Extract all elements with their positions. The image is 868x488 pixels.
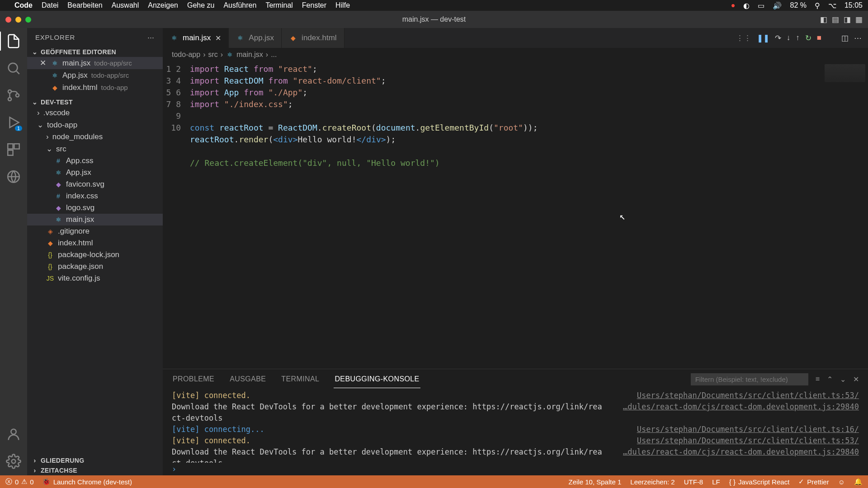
panel-tab-debug-console[interactable]: DEBUGGING-KONSOLE — [334, 371, 420, 388]
html-icon: ◆ — [51, 84, 59, 92]
close-icon[interactable]: ✕ — [215, 34, 221, 42]
toggle-panel-bottom-icon[interactable]: ▤ — [832, 15, 839, 24]
status-indent[interactable]: Leerzeichen: 2 — [630, 478, 675, 486]
split-editor-icon[interactable]: ◫ — [841, 33, 849, 43]
status-bell-icon[interactable]: 🔔 — [854, 478, 863, 486]
source-control-icon[interactable] — [6, 88, 21, 103]
control-center-icon[interactable]: ⌥ — [828, 1, 836, 10]
menu-window[interactable]: Fenster — [302, 1, 326, 9]
folder-todo-app[interactable]: ⌄todo-app — [27, 119, 163, 131]
explorer-more-icon[interactable]: ⋯ — [147, 33, 155, 42]
open-editors-header[interactable]: ⌄GEÖFFNETE EDITOREN — [27, 47, 163, 57]
status-errors[interactable]: ⓧ0⚠0 — [5, 478, 34, 486]
file-index-html[interactable]: ◆index.html — [27, 237, 163, 249]
traffic-lights[interactable] — [5, 17, 31, 23]
folder-node-modules[interactable]: ›node_modules — [27, 131, 163, 143]
open-editor-main[interactable]: ✕⚛main.jsxtodo-app/src — [27, 57, 163, 69]
file-package-json[interactable]: {}package.json — [27, 261, 163, 272]
maximize-window-button[interactable] — [25, 17, 31, 23]
status-eol[interactable]: LF — [712, 478, 720, 486]
status-debug-target[interactable]: 🐞Launch Chrome (dev-test) — [42, 478, 132, 486]
code-editor[interactable]: 1 2 3 4 5 6 7 8 9 10 import React from "… — [163, 61, 868, 369]
collapse-panel-icon[interactable]: ⌃ — [827, 375, 833, 384]
panel-tab-terminal[interactable]: TERMINAL — [280, 371, 320, 388]
panel-tab-output[interactable]: AUSGABE — [229, 371, 267, 388]
wifi-icon[interactable]: ⚲ — [815, 1, 820, 10]
search-view-icon[interactable] — [6, 61, 21, 76]
menu-run[interactable]: Ausführen — [223, 1, 256, 9]
file-logo[interactable]: ◆logo.svg — [27, 202, 163, 214]
file-index-css[interactable]: #index.css — [27, 190, 163, 202]
battery-text[interactable]: 82 % — [790, 1, 806, 9]
tray-icon-1[interactable]: ◐ — [743, 1, 750, 10]
folder-src[interactable]: ⌄src — [27, 143, 163, 155]
clock[interactable]: 15:05 — [844, 1, 863, 9]
minimize-window-button[interactable] — [15, 17, 21, 23]
accounts-icon[interactable] — [6, 427, 21, 442]
menu-file[interactable]: Datei — [42, 1, 58, 9]
step-into-icon[interactable]: ↓ — [787, 33, 791, 42]
project-header[interactable]: ⌄DEV-TEST — [27, 97, 163, 107]
tab-app-jsx[interactable]: ⚛App.jsx — [229, 28, 282, 48]
clear-console-icon[interactable]: ≡ — [816, 375, 820, 383]
menu-selection[interactable]: Auswahl — [112, 1, 139, 9]
status-encoding[interactable]: UTF-8 — [684, 478, 703, 486]
toggle-panel-left-icon[interactable]: ◧ — [820, 15, 827, 24]
outline-header[interactable]: ›GLIEDERUNG — [27, 455, 163, 465]
menu-view[interactable]: Anzeigen — [148, 1, 178, 9]
step-out-icon[interactable]: ↑ — [796, 33, 800, 42]
menubar-app[interactable]: Code — [14, 1, 33, 9]
restart-icon[interactable]: ↻ — [805, 33, 811, 43]
status-prettier[interactable]: ✓Prettier — [798, 478, 829, 486]
code-content[interactable]: import React from "react"; import ReactD… — [190, 63, 868, 369]
file-main-jsx[interactable]: ⚛main.jsx — [27, 214, 163, 225]
stop-icon[interactable]: ■ — [817, 33, 821, 42]
panel-filter-input[interactable] — [691, 373, 808, 385]
minimap[interactable] — [825, 64, 865, 82]
sound-icon[interactable]: 🔊 — [773, 1, 782, 10]
pause-icon[interactable]: ❚❚ — [757, 33, 769, 43]
close-panel-icon[interactable]: ✕ — [853, 375, 859, 384]
file-app-jsx[interactable]: ⚛App.jsx — [27, 167, 163, 178]
status-cursor-pos[interactable]: Zeile 10, Spalte 1 — [569, 478, 622, 486]
open-editor-index[interactable]: ✕◆index.htmltodo-app — [27, 81, 163, 94]
file-package-lock[interactable]: {}package-lock.json — [27, 249, 163, 261]
step-over-icon[interactable]: ↷ — [775, 33, 781, 43]
breadcrumb[interactable]: todo-app› src› ⚛main.jsx› ... — [163, 48, 868, 61]
status-language[interactable]: { }JavaScript React — [729, 478, 790, 486]
timeline-header[interactable]: ›ZEITACHSE — [27, 465, 163, 475]
display-icon[interactable]: ▭ — [758, 1, 764, 10]
open-editor-app[interactable]: ✕⚛App.jsxtodo-app/src — [27, 69, 163, 81]
svg-rect-4 — [8, 144, 13, 149]
customize-layout-icon[interactable]: ▦ — [855, 15, 863, 24]
run-debug-icon[interactable]: 1 — [6, 115, 21, 130]
menu-help[interactable]: Hilfe — [335, 1, 350, 9]
html-icon: ◆ — [289, 34, 297, 42]
panel-tab-problems[interactable]: PROBLEME — [172, 371, 215, 388]
menu-edit[interactable]: Bearbeiten — [67, 1, 102, 9]
close-icon[interactable]: ✕ — [40, 58, 47, 68]
debug-repl-prompt[interactable]: › — [163, 463, 868, 475]
toggle-panel-right-icon[interactable]: ◨ — [844, 15, 851, 24]
explorer-view-icon[interactable] — [6, 33, 21, 49]
file-gitignore[interactable]: ◈.gitignore — [27, 225, 163, 237]
debug-console-output[interactable]: [vite] connected.Users/stephan/Documents… — [163, 389, 868, 463]
drag-handle-icon[interactable]: ⋮⋮ — [736, 33, 751, 43]
line-gutter: 1 2 3 4 5 6 7 8 9 10 — [163, 63, 190, 369]
status-feedback-icon[interactable]: ☺ — [838, 478, 845, 486]
extensions-icon[interactable] — [6, 142, 21, 157]
maximize-panel-icon[interactable]: ⌄ — [840, 375, 846, 384]
settings-gear-icon[interactable] — [6, 454, 21, 469]
file-favicon[interactable]: ◆favicon.svg — [27, 178, 163, 190]
more-actions-icon[interactable]: ⋯ — [854, 33, 862, 43]
file-vite-config[interactable]: JSvite.config.js — [27, 272, 163, 284]
file-app-css[interactable]: #App.css — [27, 155, 163, 167]
live-server-icon[interactable] — [6, 169, 21, 184]
tab-index-html[interactable]: ◆index.html — [282, 28, 344, 48]
folder-vscode[interactable]: ›.vscode — [27, 107, 163, 119]
close-window-button[interactable] — [5, 17, 11, 23]
tab-main-jsx[interactable]: ⚛main.jsx✕ — [163, 28, 229, 48]
recording-icon[interactable]: ● — [731, 1, 736, 9]
menu-go[interactable]: Gehe zu — [187, 1, 214, 9]
menu-terminal[interactable]: Terminal — [265, 1, 292, 9]
